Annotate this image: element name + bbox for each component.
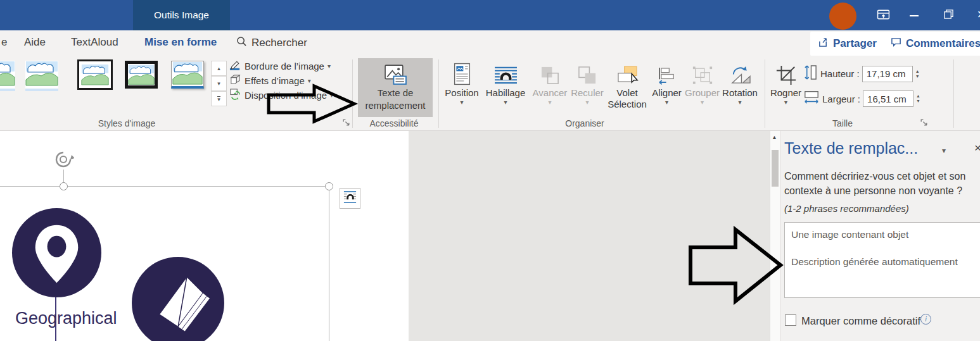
canvas-background	[409, 131, 770, 341]
height-row: Hauteur : 17,19 cm ▲▼	[803, 64, 920, 84]
gallery-up-icon: ▴	[217, 66, 220, 71]
contextual-tab-outils-image[interactable]: Outils Image	[133, 0, 230, 30]
decorative-checkbox-label: Marquer comme décoratif	[801, 315, 920, 327]
ribbon-display-options-button[interactable]	[875, 8, 891, 24]
gallery-scroll-down-button[interactable]: ▾	[211, 76, 227, 91]
group-separator	[953, 59, 954, 128]
send-backward-label: Reculer	[571, 87, 604, 99]
restore-button[interactable]	[940, 7, 957, 23]
selection-pane-icon	[616, 58, 639, 86]
image-style-thumbnail[interactable]	[125, 61, 158, 89]
comments-button[interactable]: Commentaires	[883, 32, 980, 56]
crop-button[interactable]: Rogner ▾	[768, 58, 803, 117]
group-separator	[352, 59, 353, 128]
bring-forward-label: Avancer	[533, 87, 568, 99]
layout-options-button[interactable]	[340, 188, 360, 209]
share-button[interactable]: Partager	[810, 32, 884, 56]
selection-handle-top[interactable]	[60, 182, 68, 190]
restore-icon	[944, 9, 953, 22]
image-style-thumbnail[interactable]	[0, 61, 15, 89]
pane-title: Texte de remplac...	[784, 139, 918, 158]
rotate-handle-icon[interactable]	[53, 149, 74, 171]
search-label: Rechercher	[251, 37, 307, 49]
minimize-button[interactable]	[906, 8, 922, 24]
height-spin-up[interactable]: ▲	[915, 69, 920, 74]
tab-partial[interactable]: e	[1, 36, 7, 49]
crop-label: Rogner	[770, 87, 801, 99]
image-style-thumbnail[interactable]	[171, 61, 204, 89]
crop-icon	[775, 58, 797, 86]
selection-pane-button[interactable]: Volet Sélection	[605, 58, 649, 117]
location-pin-icon	[11, 208, 102, 298]
dropdown-caret-icon: ▾	[784, 99, 787, 106]
dropdown-caret-icon: ▾	[308, 77, 311, 84]
tab-aide[interactable]: Aide	[24, 36, 46, 49]
size-dialog-launcher[interactable]	[920, 118, 928, 129]
search-box[interactable]: Rechercher	[236, 36, 307, 49]
selection-handle-corner[interactable]	[325, 182, 333, 190]
decorative-checkbox[interactable]	[785, 314, 796, 326]
rotate-button[interactable]: Rotation ▾	[720, 58, 760, 117]
gallery-more-button[interactable]: ▾	[211, 91, 227, 106]
minimize-icon	[910, 15, 919, 16]
ribbon: ▴ ▾ ▾ Bordure de l’image ▾ Effets d’imag…	[0, 57, 980, 131]
account-avatar[interactable]	[829, 3, 856, 30]
contextual-tab-label: Outils Image	[154, 9, 209, 21]
comments-label: Commentaires	[906, 37, 980, 50]
width-label: Largeur :	[822, 94, 860, 104]
scroll-up-button[interactable]: ▲	[772, 134, 777, 140]
height-spin-down[interactable]: ▼	[915, 74, 920, 79]
book-icon	[131, 256, 225, 341]
pane-close-icon: ×	[974, 141, 980, 154]
scroll-up-icon: ▲	[772, 134, 777, 140]
shape-height-icon	[803, 64, 818, 84]
image-style-thumbnail[interactable]	[25, 61, 58, 89]
vertical-scrollbar[interactable]: ▲	[770, 131, 780, 341]
selection-border-right	[329, 186, 329, 341]
scrollbar-thumb[interactable]	[772, 150, 779, 187]
position-button[interactable]: Position ▾	[442, 58, 482, 117]
picture-layout-icon	[229, 88, 241, 102]
size-group-label: Taille	[798, 118, 887, 128]
dropdown-caret-icon: ▾	[665, 99, 668, 106]
pane-menu-caret[interactable]: ▾	[942, 146, 946, 155]
dropdown-caret-icon: ▾	[460, 99, 463, 106]
align-label: Aligner	[652, 87, 682, 99]
close-icon: ×	[977, 6, 980, 23]
picture-border-label: Bordure de l’image	[245, 61, 324, 71]
position-label: Position	[445, 87, 478, 99]
pane-hint: (1-2 phrases recommandées)	[784, 203, 909, 214]
group-label: Grouper	[685, 87, 720, 99]
picture-border-button[interactable]: Bordure de l’image ▾	[229, 59, 331, 73]
selection-pane-label: Volet Sélection	[606, 87, 649, 110]
bring-forward-icon	[540, 58, 561, 86]
picture-layout-button[interactable]: Disposition d’image ▾	[229, 88, 333, 102]
share-icon	[818, 37, 829, 51]
alt-text-textarea[interactable]: Une image contenant objet Description gé…	[784, 222, 980, 298]
dropdown-caret-icon: ▾	[328, 63, 331, 70]
close-button[interactable]: ×	[973, 5, 980, 24]
pane-question: Comment décririez-vous cet objet et son …	[784, 169, 979, 198]
align-button[interactable]: Aligner ▾	[649, 58, 684, 117]
pane-close-button[interactable]: ×	[974, 141, 980, 155]
tab-mise-en-forme[interactable]: Mise en forme	[144, 36, 217, 49]
image-style-thumbnail[interactable]	[79, 61, 111, 89]
width-input[interactable]: 16,51 cm	[863, 90, 913, 107]
alt-text-button[interactable]: Texte de remplacement	[358, 58, 433, 117]
picture-effects-button[interactable]: Effets d’image ▾	[229, 73, 311, 87]
height-label: Hauteur :	[820, 68, 860, 79]
share-label: Partager	[833, 37, 877, 50]
group-separator	[765, 59, 765, 128]
wrap-text-button[interactable]: Habillage ▾	[482, 58, 529, 117]
tab-textaloud[interactable]: TextAloud	[71, 36, 118, 49]
gallery-scroll-up-button[interactable]: ▴	[211, 61, 227, 76]
width-spin-up[interactable]: ▲	[916, 94, 920, 99]
wrap-text-label: Habillage	[486, 87, 526, 99]
selection-border-top	[0, 186, 329, 187]
styles-group-label: Styles d'image	[82, 118, 171, 128]
layout-options-icon	[343, 190, 357, 207]
info-icon[interactable]: i	[920, 314, 931, 325]
height-input[interactable]: 17,19 cm	[862, 66, 913, 82]
dropdown-caret-icon: ▾	[548, 99, 551, 106]
width-spin-down[interactable]: ▼	[916, 99, 920, 104]
